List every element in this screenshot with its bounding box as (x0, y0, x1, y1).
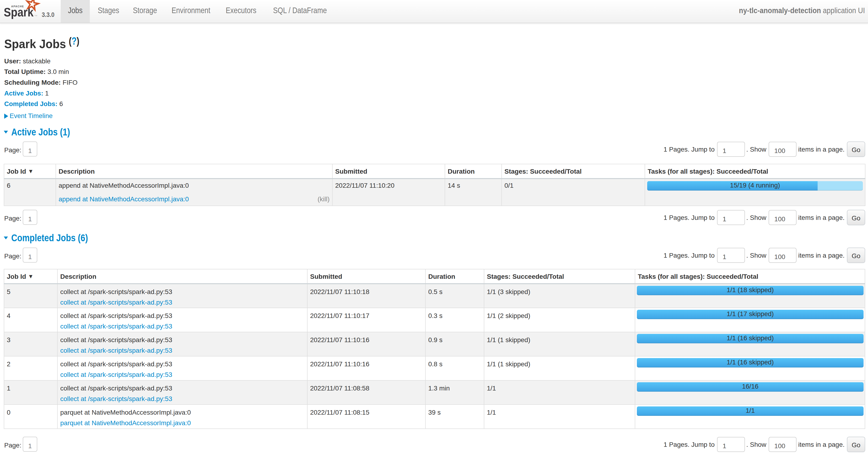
svg-text:TM: TM (34, 15, 37, 17)
